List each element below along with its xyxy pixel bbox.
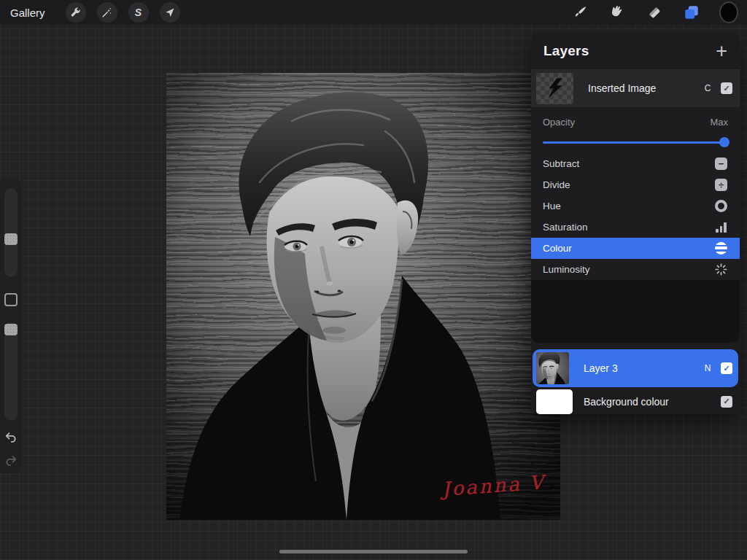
- blend-mode-luminosity[interactable]: Luminosity: [531, 259, 740, 280]
- opacity-knob[interactable]: [719, 137, 729, 147]
- layers-panel-header: Layers +: [531, 33, 740, 69]
- erase-tool-button[interactable]: [646, 4, 662, 20]
- modify-button[interactable]: [4, 293, 18, 306]
- opacity-slider[interactable]: [543, 137, 728, 147]
- hue-ring-icon: [714, 199, 728, 213]
- portrait-artwork: [166, 73, 560, 520]
- luminosity-sparkle-icon: [714, 262, 728, 276]
- layer-name: Inserted Image: [588, 82, 700, 94]
- paint-tool-button[interactable]: [572, 4, 588, 20]
- actions-button[interactable]: [66, 2, 86, 23]
- brush-icon: [572, 4, 588, 20]
- brush-sidebar: [0, 179, 22, 473]
- redo-button[interactable]: [3, 454, 19, 470]
- layer-name: Background colour: [584, 396, 716, 408]
- color-circle-icon: [721, 3, 737, 22]
- smudge-tool-button[interactable]: [609, 4, 625, 20]
- color-picker-button[interactable]: [721, 4, 737, 20]
- blend-mode-label: Subtract: [543, 158, 579, 169]
- redo-icon: [4, 454, 18, 471]
- layer-visibility-checkbox[interactable]: [721, 362, 732, 374]
- layer-row-background-colour[interactable]: Background colour: [531, 387, 740, 416]
- top-toolbar: Gallery S: [0, 0, 747, 25]
- colour-stripes-icon: [714, 241, 728, 255]
- layer-visibility-checkbox[interactable]: [721, 82, 732, 94]
- undo-button[interactable]: [3, 431, 19, 447]
- undo-icon: [4, 430, 18, 448]
- inserted-image-thumbnail[interactable]: [536, 73, 573, 104]
- blend-mode-label: Divide: [543, 179, 570, 190]
- blend-mode-label: Luminosity: [543, 264, 590, 275]
- brush-size-slider[interactable]: [4, 188, 18, 277]
- opacity-label: Opacity: [543, 117, 575, 128]
- blend-mode-subtract[interactable]: Subtract: [531, 153, 740, 174]
- adjustments-button[interactable]: [97, 2, 117, 23]
- layer-row-layer3[interactable]: Layer 3 N: [533, 349, 738, 387]
- procreate-app: Gallery S: [0, 0, 747, 560]
- opacity-value: Max: [710, 117, 728, 128]
- smudge-finger-icon: [609, 4, 625, 20]
- magic-wand-icon: [101, 7, 113, 19]
- layer-visibility-checkbox[interactable]: [721, 396, 732, 408]
- eraser-icon: [646, 4, 662, 20]
- opacity-track: [543, 141, 728, 144]
- blend-mode-badge[interactable]: N: [700, 363, 716, 373]
- layer-row-inserted-image[interactable]: Inserted Image C: [531, 69, 740, 107]
- blend-mode-popover: Opacity Max Subtract Divide H: [531, 107, 740, 343]
- blend-mode-label: Hue: [543, 201, 561, 211]
- blend-mode-colour[interactable]: Colour: [531, 238, 740, 259]
- layers-stack-icon: [684, 4, 700, 20]
- blend-mode-hue[interactable]: Hue: [531, 195, 740, 217]
- opacity-block: Opacity Max: [531, 107, 740, 147]
- blend-mode-list: Subtract Divide Hue Saturation Colour: [531, 153, 740, 280]
- layers-panel: Layers + Inserted Image C Opacity Max: [531, 33, 740, 414]
- blend-mode-label: Saturation: [543, 222, 588, 233]
- brush-size-handle[interactable]: [4, 233, 18, 245]
- gallery-button[interactable]: Gallery: [7, 7, 48, 19]
- panel-gap: [531, 343, 740, 349]
- blend-mode-label: Colour: [543, 243, 572, 254]
- blend-mode-divide[interactable]: Divide: [531, 174, 740, 195]
- divide-icon: [714, 178, 728, 192]
- move-arrow-icon: [163, 7, 176, 19]
- add-layer-button[interactable]: +: [716, 43, 727, 59]
- layer3-thumbnail[interactable]: [536, 352, 569, 384]
- blend-mode-saturation[interactable]: Saturation: [531, 217, 740, 238]
- brush-opacity-slider[interactable]: [4, 322, 18, 421]
- transform-button[interactable]: [160, 2, 180, 23]
- blend-popover-footer: [531, 280, 740, 343]
- selection-s-icon: S: [135, 7, 142, 18]
- wrench-icon: [69, 7, 82, 19]
- layer-name: Layer 3: [584, 362, 700, 374]
- layers-panel-button[interactable]: [684, 4, 700, 20]
- brush-opacity-handle[interactable]: [4, 324, 18, 335]
- drawing-canvas[interactable]: Joanna V: [166, 73, 560, 520]
- home-indicator[interactable]: [279, 550, 468, 553]
- subtract-icon: [714, 157, 728, 171]
- selections-button[interactable]: S: [128, 2, 149, 23]
- lightning-bolt-icon: [543, 75, 568, 101]
- background-colour-thumbnail[interactable]: [536, 389, 573, 414]
- layers-title: Layers: [543, 43, 589, 59]
- toolbar-left-group: Gallery S: [7, 2, 180, 23]
- blend-mode-badge[interactable]: C: [700, 83, 716, 93]
- toolbar-right-group: [572, 4, 740, 20]
- saturation-bars-icon: [714, 220, 728, 234]
